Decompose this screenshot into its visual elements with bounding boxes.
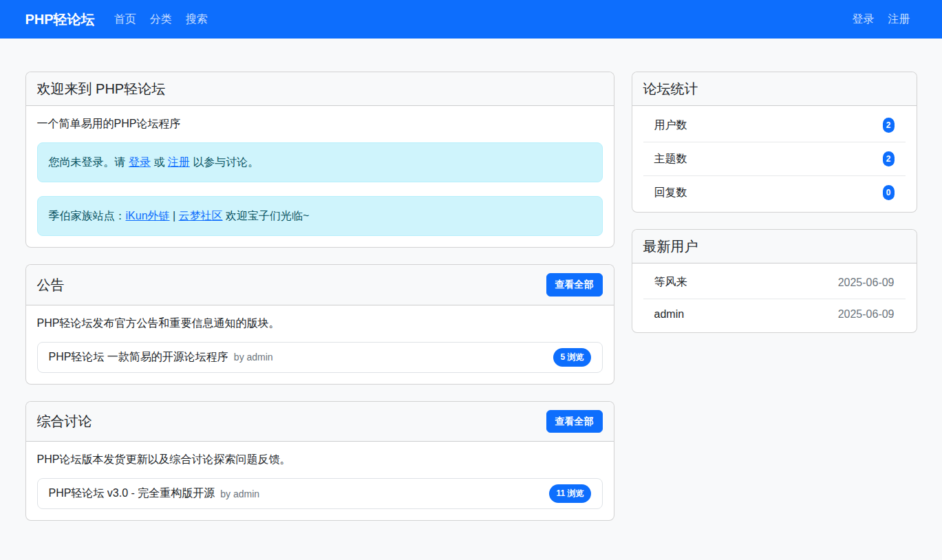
user-row: 等风来 2025-06-09 — [643, 266, 906, 299]
nav-link-search[interactable]: 搜索 — [179, 7, 215, 32]
main-container: 欢迎来到 PHP轻论坛 一个简单易用的PHP论坛程序 您尚未登录。请 登录 或 … — [17, 72, 925, 537]
user-join-date: 2025-06-09 — [838, 308, 895, 321]
stat-row-topics: 主题数 2 — [643, 142, 906, 176]
stat-label: 主题数 — [654, 152, 687, 166]
family-alert-text-pre: 季伯家族站点： — [49, 210, 126, 222]
login-alert: 您尚未登录。请 登录 或 注册 以参与讨论。 — [37, 142, 603, 182]
welcome-subtitle: 一个简单易用的PHP论坛程序 — [37, 117, 603, 131]
alert-register-link[interactable]: 注册 — [168, 156, 190, 168]
topic-title-link[interactable]: PHP轻论坛 一款简易的开源论坛程序 — [49, 350, 228, 365]
yunmeng-link[interactable]: 云梦社区 — [179, 210, 223, 222]
nav-right-links: 登录 注册 — [846, 7, 917, 32]
main-column: 欢迎来到 PHP轻论坛 一个简单易用的PHP论坛程序 您尚未登录。请 登录 或 … — [25, 72, 614, 537]
stat-value-badge: 2 — [883, 118, 895, 133]
welcome-card-body: 一个简单易用的PHP论坛程序 您尚未登录。请 登录 或 注册 以参与讨论。 季伯… — [26, 106, 614, 247]
nav-links: 首页 分类 搜索 — [107, 7, 215, 32]
top-navbar: PHP轻论坛 首页 分类 搜索 登录 注册 — [0, 0, 942, 39]
stat-row-replies: 回复数 0 — [643, 176, 906, 209]
board-title: 综合讨论 — [37, 413, 92, 429]
topic-item[interactable]: PHP轻论坛 v3.0 - 完全重构版开源 by admin 11 浏览 — [37, 478, 603, 509]
forum-stats-card: 论坛统计 用户数 2 主题数 2 回复数 0 — [632, 72, 917, 213]
content-row: 欢迎来到 PHP轻论坛 一个简单易用的PHP论坛程序 您尚未登录。请 登录 或 … — [25, 72, 917, 537]
stat-label: 回复数 — [654, 186, 687, 200]
forum-stats-title: 论坛统计 — [632, 72, 917, 106]
ikun-link[interactable]: iKun外链 — [126, 210, 170, 222]
login-alert-text-mid: 或 — [151, 156, 168, 168]
latest-users-title: 最新用户 — [632, 230, 917, 263]
view-all-button[interactable]: 查看全部 — [546, 410, 603, 433]
board-header-discussion: 综合讨论 查看全部 — [26, 402, 614, 442]
nav-link-categories[interactable]: 分类 — [143, 7, 179, 32]
stat-label: 用户数 — [654, 118, 687, 133]
latest-users-card: 最新用户 等风来 2025-06-09 admin 2025-06-09 — [632, 229, 917, 333]
nav-link-home[interactable]: 首页 — [107, 7, 143, 32]
topic-title-link[interactable]: PHP轻论坛 v3.0 - 完全重构版开源 — [49, 486, 215, 501]
sidebar-column: 论坛统计 用户数 2 主题数 2 回复数 0 — [632, 72, 917, 349]
topic-item[interactable]: PHP轻论坛 一款简易的开源论坛程序 by admin 5 浏览 — [37, 342, 603, 373]
views-badge: 11 浏览 — [549, 484, 590, 503]
stat-value-badge: 0 — [883, 185, 895, 200]
topic-author: by admin — [234, 352, 273, 363]
board-description: PHP论坛版本发货更新以及综合讨论探索问题反馈。 — [37, 453, 603, 467]
family-alert-text-post: 欢迎宝子们光临~ — [223, 210, 310, 222]
navbar-container: PHP轻论坛 首页 分类 搜索 登录 注册 — [17, 7, 925, 32]
topic-author: by admin — [220, 488, 259, 499]
family-sites-alert: 季伯家族站点：iKun外链 | 云梦社区 欢迎宝子们光临~ — [37, 196, 603, 236]
user-name: 等风来 — [654, 275, 687, 290]
view-all-button[interactable]: 查看全部 — [546, 273, 603, 297]
board-body-announcements: PHP轻论坛发布官方公告和重要信息通知的版块。 PHP轻论坛 一款简易的开源论坛… — [26, 305, 614, 384]
welcome-card: 欢迎来到 PHP轻论坛 一个简单易用的PHP论坛程序 您尚未登录。请 登录 或 … — [25, 72, 614, 248]
board-title: 公告 — [37, 277, 65, 293]
board-card-discussion: 综合讨论 查看全部 PHP论坛版本发货更新以及综合讨论探索问题反馈。 PHP轻论… — [25, 401, 614, 521]
nav-link-login[interactable]: 登录 — [846, 7, 881, 32]
user-row: admin 2025-06-09 — [643, 299, 906, 330]
brand-link[interactable]: PHP轻论坛 — [25, 10, 95, 29]
login-alert-text-pre: 您尚未登录。请 — [49, 156, 129, 168]
stat-value-badge: 2 — [883, 151, 895, 166]
forum-stats-list: 用户数 2 主题数 2 回复数 0 — [632, 106, 917, 212]
family-alert-separator: | — [170, 210, 179, 222]
latest-users-list: 等风来 2025-06-09 admin 2025-06-09 — [632, 263, 917, 332]
user-join-date: 2025-06-09 — [838, 277, 895, 289]
board-description: PHP轻论坛发布官方公告和重要信息通知的版块。 — [37, 316, 603, 331]
stat-row-users: 用户数 2 — [643, 109, 906, 142]
login-alert-text-post: 以参与讨论。 — [190, 156, 259, 168]
nav-link-register[interactable]: 注册 — [881, 7, 917, 32]
welcome-card-title: 欢迎来到 PHP轻论坛 — [26, 72, 614, 106]
views-badge: 5 浏览 — [553, 348, 590, 367]
board-header-announcements: 公告 查看全部 — [26, 265, 614, 305]
alert-login-link[interactable]: 登录 — [129, 156, 151, 168]
board-card-announcements: 公告 查看全部 PHP轻论坛发布官方公告和重要信息通知的版块。 PHP轻论坛 一… — [25, 264, 614, 385]
board-body-discussion: PHP论坛版本发货更新以及综合讨论探索问题反馈。 PHP轻论坛 v3.0 - 完… — [26, 442, 614, 520]
user-name: admin — [654, 308, 685, 321]
